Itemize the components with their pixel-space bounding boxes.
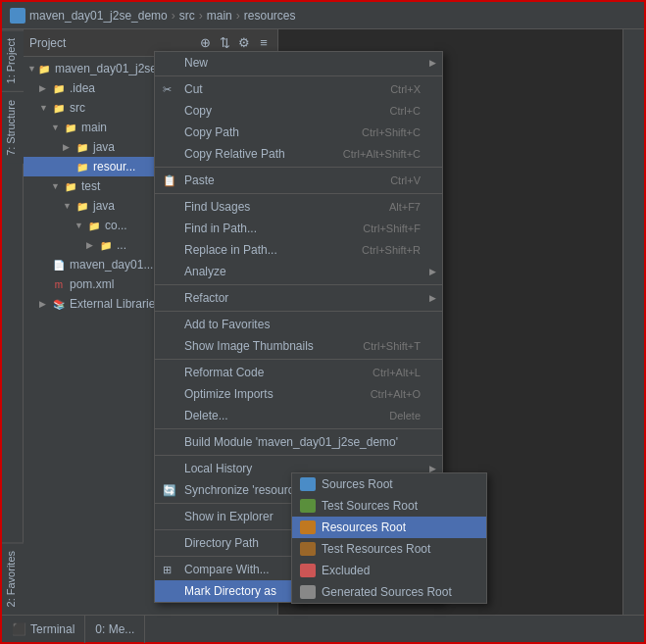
menu-separator xyxy=(155,167,442,168)
terminal-icon: ⬛ xyxy=(12,622,26,636)
title-bar: maven_day01_j2se_demo › src › main › res… xyxy=(2,2,644,29)
sources-root-label: Sources Root xyxy=(322,477,393,491)
file-icon: 📄 xyxy=(51,257,67,272)
submenu-item-test-sources-root[interactable]: Test Sources Root xyxy=(292,495,486,517)
menu-separator xyxy=(155,75,442,76)
menu-separator xyxy=(155,193,442,194)
bottom-tab-terminal[interactable]: ⬛ Terminal xyxy=(2,616,85,643)
messages-label: 0: Me... xyxy=(95,622,134,636)
menu-item-add-favorites[interactable]: Add to Favorites xyxy=(155,314,442,335)
menu-item-find-in-path[interactable]: Find in Path...Ctrl+Shift+F xyxy=(155,218,442,239)
menu-item-analyze[interactable]: Analyze xyxy=(155,261,442,282)
sidebar-item-project[interactable]: 1: Project xyxy=(2,29,24,91)
folder-icon: 📁 xyxy=(63,120,78,135)
side-tabs-left: 1: Project 7: Structure 2: Favorites xyxy=(2,29,24,615)
generated-sources-label: Generated Sources Root xyxy=(322,585,452,599)
panel-title: Project xyxy=(29,36,193,50)
terminal-label: Terminal xyxy=(30,622,75,636)
menu-separator xyxy=(155,284,442,285)
tree-arrow: ▼ xyxy=(27,64,36,74)
menu-item-optimize-imports[interactable]: Optimize ImportsCtrl+Alt+O xyxy=(155,383,442,405)
test-resources-root-icon xyxy=(300,542,316,556)
app-icon xyxy=(10,8,25,24)
sidebar-item-favorites[interactable]: 2: Favorites xyxy=(2,542,24,615)
tree-arrow: ▼ xyxy=(51,181,63,191)
submenu-item-excluded[interactable]: Excluded xyxy=(292,560,486,581)
menu-item-copy-relative[interactable]: Copy Relative PathCtrl+Alt+Shift+C xyxy=(155,143,442,165)
folder-icon: 📁 xyxy=(75,198,90,214)
tree-arrow: ▶ xyxy=(86,240,98,250)
library-icon: 📚 xyxy=(51,296,67,312)
menu-item-new[interactable]: New xyxy=(155,52,442,74)
breadcrumb-resources: resources xyxy=(244,9,296,23)
resources-root-label: Resources Root xyxy=(322,520,406,534)
submenu-item-test-resources-root[interactable]: Test Resources Root xyxy=(292,538,486,560)
bottom-bar: ⬛ Terminal 0: Me... xyxy=(2,615,644,642)
menu-separator xyxy=(155,311,442,312)
folder-icon: 📁 xyxy=(86,218,102,233)
breadcrumb: maven_day01_j2se_demo › src › main › res… xyxy=(29,9,295,23)
resources-root-icon xyxy=(300,520,316,534)
folder-icon: 📁 xyxy=(98,237,114,253)
folder-icon: 📁 xyxy=(75,159,90,174)
folder-icon: 📁 xyxy=(51,100,67,116)
side-tabs-right xyxy=(622,29,644,615)
test-resources-root-label: Test Resources Root xyxy=(322,542,430,556)
bottom-tab-messages[interactable]: 0: Me... xyxy=(85,616,145,643)
folder-icon: 📁 xyxy=(63,178,78,194)
folder-icon: 📁 xyxy=(51,80,67,96)
breadcrumb-src: src xyxy=(179,9,195,23)
tree-arrow: ▼ xyxy=(75,221,86,230)
menu-item-copy[interactable]: CopyCtrl+C xyxy=(155,100,442,122)
submenu-item-sources-root[interactable]: Sources Root xyxy=(292,473,486,495)
tree-arrow: ▼ xyxy=(51,123,63,132)
tree-arrow: ▶ xyxy=(63,142,75,152)
submenu-mark-directory: Sources Root Test Sources Root Resources… xyxy=(291,472,487,604)
menu-separator xyxy=(155,359,442,360)
breadcrumb-project: maven_day01_j2se_demo xyxy=(29,9,168,23)
menu-item-reformat[interactable]: Reformat CodeCtrl+Alt+L xyxy=(155,362,442,383)
test-sources-root-label: Test Sources Root xyxy=(322,499,418,513)
menu-item-paste[interactable]: 📋PasteCtrl+V xyxy=(155,170,442,191)
xml-icon: m xyxy=(51,276,67,292)
menu-separator xyxy=(155,428,442,429)
ide-window: maven_day01_j2se_demo › src › main › res… xyxy=(0,0,646,644)
sources-root-icon xyxy=(300,477,316,491)
menu-item-replace-in-path[interactable]: Replace in Path...Ctrl+Shift+R xyxy=(155,239,442,261)
project-folder-icon: 📁 xyxy=(36,61,52,76)
menu-item-find-usages[interactable]: Find UsagesAlt+F7 xyxy=(155,196,442,218)
menu-item-delete[interactable]: Delete...Delete xyxy=(155,405,442,426)
tree-arrow: ▶ xyxy=(39,299,51,309)
menu-item-show-thumbnails[interactable]: Show Image ThumbnailsCtrl+Shift+T xyxy=(155,335,442,357)
menu-item-copy-path[interactable]: Copy PathCtrl+Shift+C xyxy=(155,122,442,143)
generated-sources-icon xyxy=(300,585,316,599)
menu-item-cut[interactable]: ✂CutCtrl+X xyxy=(155,78,442,100)
breadcrumb-main: main xyxy=(207,9,232,23)
toolbar-btn-settings[interactable]: ⚙ xyxy=(236,35,252,51)
test-sources-root-icon xyxy=(300,499,316,513)
submenu-item-resources-root[interactable]: Resources Root xyxy=(292,517,486,538)
tree-arrow: ▼ xyxy=(39,103,51,113)
toolbar-btn-menu[interactable]: ≡ xyxy=(256,35,272,51)
toolbar-btn-add[interactable]: ⊕ xyxy=(197,35,213,51)
menu-item-build-module[interactable]: Build Module 'maven_day01_j2se_demo' xyxy=(155,431,442,453)
excluded-icon xyxy=(300,564,316,577)
toolbar-btn-sync[interactable]: ⇅ xyxy=(217,35,232,51)
menu-separator xyxy=(155,455,442,456)
tree-arrow: ▼ xyxy=(63,201,75,211)
submenu-item-generated-sources[interactable]: Generated Sources Root xyxy=(292,581,486,603)
folder-icon: 📁 xyxy=(75,139,90,155)
excluded-label: Excluded xyxy=(322,564,370,577)
menu-item-refactor[interactable]: Refactor xyxy=(155,287,442,309)
sidebar-item-structure[interactable]: 7: Structure xyxy=(2,91,24,164)
tree-arrow: ▶ xyxy=(39,83,51,93)
